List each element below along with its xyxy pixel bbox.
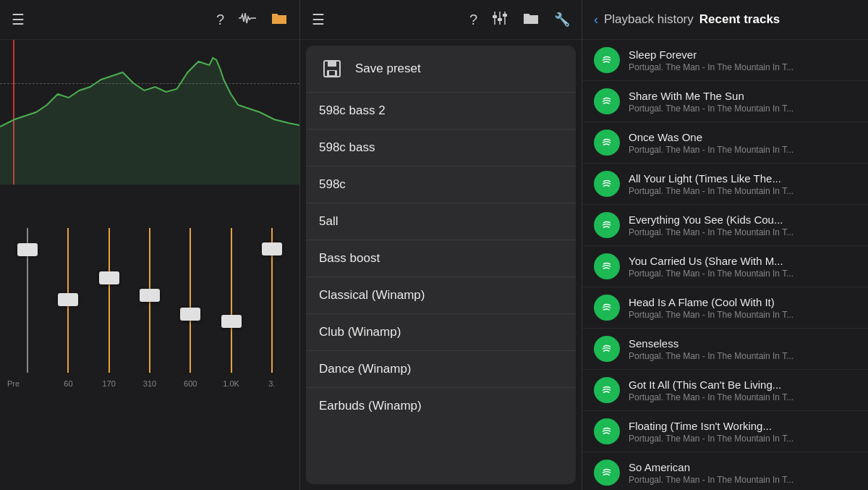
label-3khz: 3.: [252, 379, 292, 388]
svg-point-18: [600, 342, 613, 355]
track-title: Once Was One: [629, 131, 856, 143]
spotify-icon: [594, 171, 620, 197]
track-title: Head Is A Flame (Cool With It): [629, 296, 856, 308]
svg-point-21: [600, 466, 613, 479]
help-icon[interactable]: ?: [216, 12, 224, 28]
slider-pre[interactable]: [27, 228, 28, 373]
slider-thumb-pre[interactable]: [17, 243, 38, 256]
slider-thumb-1khz[interactable]: [221, 315, 242, 328]
track-item-2[interactable]: Once Was OnePortugal. The Man - In The M…: [582, 122, 868, 164]
track-item-5[interactable]: You Carried Us (Share With M...Portugal.…: [582, 246, 868, 287]
svg-point-14: [600, 177, 613, 190]
preset-item-7[interactable]: Dance (Winamp): [306, 351, 576, 388]
svg-point-15: [600, 219, 613, 232]
save-preset-button[interactable]: Save preset: [306, 46, 576, 93]
track-info: Sleep ForeverPortugal. The Man - In The …: [629, 48, 856, 72]
history-panel: ‹ Playback history Recent tracks Sleep F…: [582, 0, 868, 490]
save-preset-label: Save preset: [355, 62, 421, 76]
back-button[interactable]: ‹: [594, 12, 598, 28]
waveform-icon[interactable]: [239, 12, 256, 28]
folder-icon[interactable]: [271, 11, 288, 29]
slider-1khz[interactable]: [231, 228, 232, 373]
track-artist: Portugal. The Man - In The Mountain In T…: [629, 269, 856, 279]
spotify-icon: [594, 88, 620, 114]
slider-3khz[interactable]: [271, 228, 273, 373]
eq-graph: [0, 40, 299, 185]
track-info: SenselessPortugal. The Man - In The Moun…: [629, 337, 856, 361]
wrench-icon[interactable]: 🔧: [554, 12, 570, 28]
track-title: Floating (Time Isn't Working...: [629, 420, 856, 432]
track-artist: Portugal. The Man - In The Mountain In T…: [629, 186, 856, 196]
track-item-9[interactable]: Floating (Time Isn't Working...Portugal.…: [582, 411, 868, 452]
presets-toolbar: ☰ ? 🔧: [300, 0, 582, 40]
preset-item-5[interactable]: Classical (Winamp): [306, 277, 576, 314]
track-item-7[interactable]: SenselessPortugal. The Man - In The Moun…: [582, 329, 868, 370]
slider-thumb-310hz[interactable]: [140, 289, 160, 302]
slider-600hz[interactable]: [190, 228, 191, 373]
presets-panel: ☰ ? 🔧: [300, 0, 582, 490]
label-60hz: 60: [48, 379, 88, 388]
slider-container: [0, 185, 299, 373]
spotify-icon: [594, 295, 620, 321]
history-header: ‹ Playback history Recent tracks: [582, 0, 868, 40]
preset-item-0[interactable]: 598c bass 2: [306, 93, 576, 130]
preset-item-4[interactable]: Bass boost: [306, 240, 576, 277]
slider-thumb-170hz[interactable]: [99, 271, 119, 284]
track-item-6[interactable]: Head Is A Flame (Cool With It)Portugal. …: [582, 287, 868, 329]
svg-point-11: [600, 54, 613, 67]
track-title: You Carried Us (Share With M...: [629, 255, 856, 267]
presets-folder-icon[interactable]: [522, 11, 540, 29]
track-title: Share With Me The Sun: [629, 90, 856, 102]
label-170hz: 170: [89, 379, 129, 388]
svg-marker-0: [0, 58, 299, 185]
track-artist: Portugal. The Man - In The Mountain In T…: [629, 310, 856, 320]
presets-help-icon[interactable]: ?: [469, 12, 477, 28]
svg-point-19: [600, 384, 613, 397]
svg-point-13: [600, 136, 613, 149]
slider-310hz[interactable]: [149, 228, 150, 373]
slider-170hz[interactable]: [109, 228, 110, 373]
menu-icon[interactable]: ☰: [12, 11, 25, 28]
track-artist: Portugal. The Man - In The Mountain In T…: [629, 62, 856, 72]
slider-60hz[interactable]: [67, 228, 69, 373]
svg-rect-5: [498, 18, 502, 21]
slider-thumb-60hz[interactable]: [58, 293, 78, 306]
track-title: Got It All (This Can't Be Living...: [629, 379, 856, 391]
track-item-4[interactable]: Everything You See (Kids Cou...Portugal.…: [582, 205, 868, 246]
spotify-icon: [594, 253, 620, 279]
track-item-8[interactable]: Got It All (This Can't Be Living...Portu…: [582, 370, 868, 411]
track-artist: Portugal. The Man - In The Mountain In T…: [629, 145, 856, 155]
spotify-icon: [594, 47, 620, 73]
track-item-1[interactable]: Share With Me The SunPortugal. The Man -…: [582, 81, 868, 122]
presets-sliders-icon[interactable]: [492, 12, 508, 28]
track-artist: Portugal. The Man - In The Mountain In T…: [629, 227, 856, 237]
preset-item-8[interactable]: Earbuds (Winamp): [306, 388, 576, 424]
slider-thumb-600hz[interactable]: [180, 308, 200, 321]
track-item-10[interactable]: So AmericanPortugal. The Man - In The Mo…: [582, 452, 868, 490]
svg-point-16: [600, 260, 613, 273]
preset-item-1[interactable]: 598c bass: [306, 130, 576, 166]
preset-item-6[interactable]: Club (Winamp): [306, 314, 576, 351]
eq-sliders-area: [0, 185, 299, 373]
svg-rect-6: [503, 14, 507, 17]
label-310hz: 310: [129, 379, 170, 388]
track-info: All Your Light (Times Like The...Portuga…: [629, 172, 856, 196]
spotify-icon: [594, 377, 620, 403]
label-1khz: 1.0K: [210, 379, 251, 388]
presets-menu-icon[interactable]: ☰: [312, 11, 325, 28]
track-list: Sleep ForeverPortugal. The Man - In The …: [582, 40, 868, 490]
spotify-icon: [594, 212, 620, 238]
spotify-icon: [594, 460, 620, 486]
slider-thumb-3khz[interactable]: [262, 242, 282, 255]
presets-list: Save preset 598c bass 2 598c bass 598c 5…: [306, 46, 576, 484]
track-item-3[interactable]: All Your Light (Times Like The...Portuga…: [582, 164, 868, 205]
preset-item-2[interactable]: 598c: [306, 166, 576, 203]
track-item-0[interactable]: Sleep ForeverPortugal. The Man - In The …: [582, 40, 868, 81]
spotify-icon: [594, 418, 620, 444]
track-title: Everything You See (Kids Cou...: [629, 214, 856, 226]
eq-toolbar: ☰ ?: [0, 0, 299, 40]
track-info: You Carried Us (Share With M...Portugal.…: [629, 255, 856, 279]
preset-item-3[interactable]: 5all: [306, 203, 576, 240]
track-info: So AmericanPortugal. The Man - In The Mo…: [629, 461, 856, 485]
track-info: Everything You See (Kids Cou...Portugal.…: [629, 214, 856, 237]
